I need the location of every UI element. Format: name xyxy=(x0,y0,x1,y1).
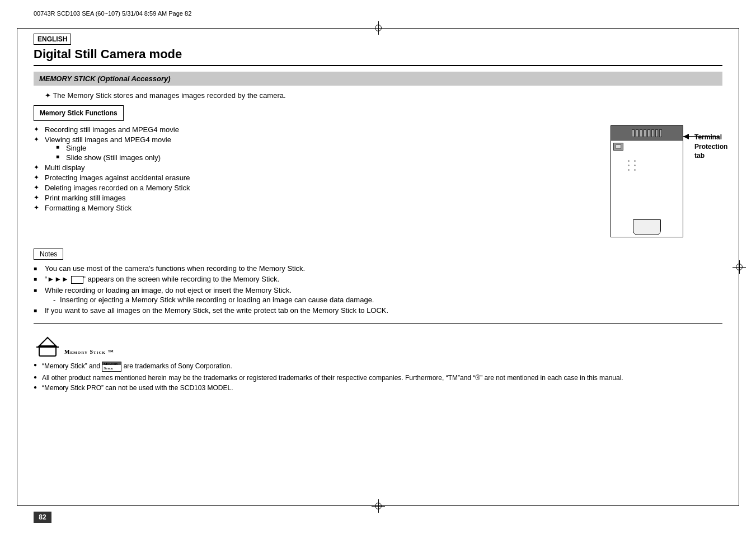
file-info-text: 00743R SCD103 SEA (60~107) 5/31/04 8:59 … xyxy=(34,10,183,17)
memory-stick-logo: Memory Stick ™ xyxy=(34,335,722,357)
list-item: Recording still images and MPEG4 movie xyxy=(34,125,599,134)
trademark-item: All other product names mentioned herein… xyxy=(34,374,722,382)
trademark-item: “Memory Stick” and Memory Stick are trad… xyxy=(34,362,722,372)
section-divider xyxy=(34,323,722,324)
list-item: Viewing still images and MPEG4 movie Sin… xyxy=(34,135,599,162)
dot xyxy=(628,160,630,162)
contact-pin xyxy=(644,129,646,137)
trademark-list: “Memory Stick” and Memory Stick are trad… xyxy=(34,362,722,394)
contact-pin xyxy=(640,129,642,137)
function-list: Recording still images and MPEG4 movie V… xyxy=(34,125,599,212)
dot xyxy=(628,165,630,166)
notes-list: You can use most of the camera's functio… xyxy=(34,264,722,315)
sub-list-item: Slide show (Still images only) xyxy=(56,153,599,162)
notes-list-item: If you want to save all images on the Me… xyxy=(34,306,722,315)
notes-section: Notes You can use most of the camera's f… xyxy=(34,249,722,315)
page-num-header: 82 xyxy=(185,10,191,17)
notes-list-item: While recording or loading an image, do … xyxy=(34,286,722,304)
dot xyxy=(634,169,636,171)
stick-bottom xyxy=(611,217,683,237)
intro-text: The Memory Stick stores and manages imag… xyxy=(45,91,722,100)
diagram-container: Terminal Protection tab xyxy=(611,125,722,237)
dot xyxy=(634,160,636,162)
logo-text: Memory Stick ™ xyxy=(64,349,114,355)
crosshair-bottom-center xyxy=(372,499,385,513)
list-item: Print marking still images xyxy=(34,194,599,202)
stick-bottom-curve xyxy=(633,219,661,235)
ms-logo-symbol xyxy=(34,335,62,357)
list-item: Protecting images against accidental era… xyxy=(34,174,599,182)
section-header: MEMORY STICK (Optional Accessory) xyxy=(34,72,722,86)
contact-pin xyxy=(636,129,638,137)
list-item: Formatting a Memory Stick xyxy=(34,204,599,212)
contact-pin xyxy=(655,129,658,137)
file-info: 00743R SCD103 SEA (60~107) 5/31/04 8:59 … xyxy=(34,10,191,17)
trademark-section: Memory Stick ™ “Memory Stick” and Memory… xyxy=(34,335,722,394)
page-title: Digital Still Camera mode xyxy=(34,47,722,66)
notes-badge: Notes xyxy=(34,249,63,260)
page-number: 82 xyxy=(34,512,51,523)
main-content: ENGLISH Digital Still Camera mode MEMORY… xyxy=(34,34,722,489)
crosshair-top-center xyxy=(372,21,385,35)
dot-col xyxy=(634,160,636,171)
functions-box-label: Memory Stick Functions xyxy=(34,105,124,121)
dot xyxy=(634,165,636,166)
dot-area xyxy=(628,160,677,171)
terminal-arrow xyxy=(683,128,728,145)
list-item: Multi display xyxy=(34,163,599,172)
screen-icon xyxy=(71,276,83,284)
right-content: Terminal Protection tab xyxy=(611,125,722,237)
dot xyxy=(628,169,630,171)
functions-area: Memory Stick Functions Recording still i… xyxy=(34,105,722,237)
ms-logo-inline: Memory Stick xyxy=(102,362,121,372)
sub-note-list: - Inserting or ejecting a Memory Stick w… xyxy=(45,296,722,304)
contact-area xyxy=(611,126,683,140)
notes-list-item: “►►► ” appears on the screen while recor… xyxy=(34,275,722,284)
main-body: Recording still images and MPEG4 movie V… xyxy=(34,125,722,237)
contact-pin xyxy=(659,129,662,137)
logo-text-area: Memory Stick ™ xyxy=(64,349,114,357)
crosshair-right-center xyxy=(732,260,746,274)
sub-list: Single Slide show (Still images only) xyxy=(56,144,599,162)
memory-stick-diagram-wrapper xyxy=(611,125,683,237)
trademark-item: “Memory Stick PRO” can not be used with … xyxy=(34,384,722,392)
sub-list-item: Single xyxy=(56,144,599,152)
svg-marker-1 xyxy=(683,134,689,139)
list-item: Deleting images recorded on a Memory Sti… xyxy=(34,184,599,192)
stick-body xyxy=(611,140,683,213)
contact-pin xyxy=(651,129,654,137)
english-badge: ENGLISH xyxy=(34,34,71,45)
notes-list-item: You can use most of the camera's functio… xyxy=(34,264,722,273)
sub-note-item: - Inserting or ejecting a Memory Stick w… xyxy=(53,296,722,304)
page-container: 00743R SCD103 SEA (60~107) 5/31/04 8:59 … xyxy=(0,0,756,534)
contact-pin xyxy=(632,129,635,137)
memory-stick-diagram xyxy=(611,125,683,237)
dot-col xyxy=(628,160,630,171)
border-left xyxy=(17,28,17,506)
contact-pin xyxy=(647,129,650,137)
left-content: Recording still images and MPEG4 movie V… xyxy=(34,125,599,214)
